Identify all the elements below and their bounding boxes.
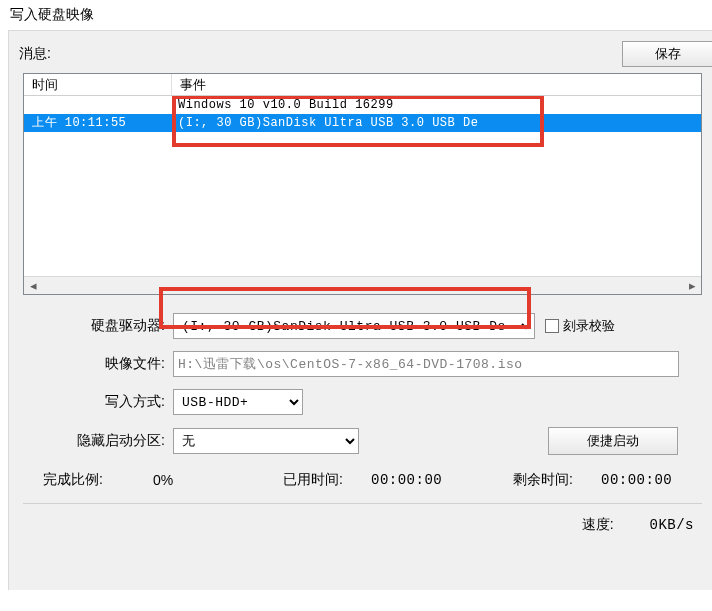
scroll-left-icon[interactable]: ◂: [24, 277, 42, 295]
speed-value: 0KB/s: [649, 517, 694, 533]
main-panel: 消息: 保存 时间 事件 Windows 10 v10.0 Build 1629…: [8, 30, 712, 590]
scroll-right-icon[interactable]: ▸: [683, 277, 701, 295]
table-row[interactable]: Windows 10 v10.0 Build 16299: [24, 96, 701, 114]
cell-event: (I:, 30 GB)SanDisk Ultra USB 3.0 USB De: [172, 114, 701, 132]
image-file-label: 映像文件:: [23, 355, 173, 373]
cell-time: [24, 96, 172, 114]
remaining-value: 00:00:00: [601, 472, 672, 488]
table-row[interactable]: 上午 10:11:55 (I:, 30 GB)SanDisk Ultra USB…: [24, 114, 701, 132]
remaining-label: 剩余时间:: [513, 471, 601, 489]
verify-checkbox[interactable]: [545, 319, 559, 333]
progress-value: 0%: [153, 472, 283, 488]
options-form: 硬盘驱动器: (I:, 30 GB)SanDisk Ultra USB 3.0 …: [9, 295, 712, 489]
cell-time: 上午 10:11:55: [24, 114, 172, 132]
drive-label: 硬盘驱动器:: [23, 317, 173, 335]
drive-select[interactable]: (I:, 30 GB)SanDisk Ultra USB 3.0 USB De: [173, 313, 535, 339]
save-button[interactable]: 保存: [622, 41, 712, 67]
speed-label: 速度:: [582, 516, 614, 532]
cell-event: Windows 10 v10.0 Build 16299: [172, 96, 701, 114]
column-header-time[interactable]: 时间: [24, 74, 172, 95]
hidden-boot-label: 隐藏启动分区:: [23, 432, 173, 450]
separator: [23, 503, 702, 504]
image-file-input[interactable]: [173, 351, 679, 377]
elapsed-label: 已用时间:: [283, 471, 371, 489]
progress-label: 完成比例:: [43, 471, 153, 489]
write-method-label: 写入方式:: [23, 393, 173, 411]
verify-label: 刻录校验: [563, 317, 615, 335]
messages-label: 消息:: [19, 45, 51, 63]
event-list-body: Windows 10 v10.0 Build 16299 上午 10:11:55…: [24, 96, 701, 276]
event-list[interactable]: 时间 事件 Windows 10 v10.0 Build 16299 上午 10…: [23, 73, 702, 295]
elapsed-value: 00:00:00: [371, 472, 513, 488]
column-header-event[interactable]: 事件: [172, 74, 701, 95]
write-method-select[interactable]: USB-HDD+: [173, 389, 303, 415]
quick-boot-button[interactable]: 便捷启动: [548, 427, 678, 455]
window-title: 写入硬盘映像: [0, 0, 712, 28]
hidden-boot-select[interactable]: 无: [173, 428, 359, 454]
horizontal-scrollbar[interactable]: ◂ ▸: [24, 276, 701, 294]
